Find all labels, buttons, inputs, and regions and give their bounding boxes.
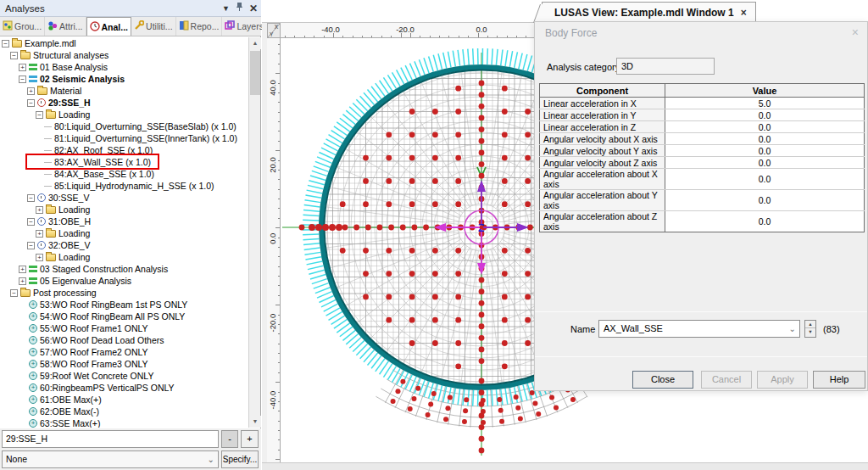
- collapse-icon[interactable]: −: [27, 194, 35, 202]
- value-cell[interactable]: 0.0: [665, 109, 865, 121]
- tree-item[interactable]: +55:WO Roof Frame1 ONLY: [0, 322, 249, 334]
- results-dropdown[interactable]: None: [2, 450, 219, 468]
- tree-item[interactable]: 84:AX_Base_SSE (x 1.0): [0, 168, 249, 180]
- tree-item[interactable]: +61:OBE Max(+): [0, 394, 249, 406]
- tree-item[interactable]: +56:WO Roof Dead Load Others: [0, 334, 249, 346]
- tree-item[interactable]: +03 Staged Construction Analysis: [0, 263, 249, 275]
- scrollbar-thumb[interactable]: [250, 51, 260, 95]
- tree-connector: [44, 174, 52, 175]
- close-button[interactable]: Close: [632, 371, 693, 389]
- tree-item[interactable]: −30:SSE_V: [0, 192, 249, 204]
- tree-item[interactable]: +54:WO Roof RingBeam All PS ONLY: [0, 311, 249, 322]
- tree-item-label: 84:AX_Base_SSE (x 1.0): [54, 168, 154, 180]
- table-row: Linear acceleration in X5.0: [540, 98, 865, 109]
- expand-icon[interactable]: +: [36, 230, 43, 238]
- collapse-icon[interactable]: −: [10, 289, 18, 297]
- chevron-down-icon[interactable]: ⌄: [789, 321, 796, 337]
- active-loadcase-field[interactable]: 29:SSE_H: [2, 430, 219, 448]
- tree-item[interactable]: +01 Base Analysis: [0, 61, 249, 73]
- spinner-down-icon[interactable]: ▼: [805, 328, 815, 336]
- tree-item[interactable]: 83:AX_Wall_SSE (x 1.0): [0, 156, 249, 168]
- tree-item[interactable]: +Loading: [0, 204, 249, 215]
- expand-icon[interactable]: +: [19, 64, 26, 71]
- tab-attri[interactable]: Attri...: [45, 17, 86, 36]
- table-row: Angular velocity about Y axis0.0: [540, 145, 865, 157]
- value-cell[interactable]: 0.0: [665, 190, 865, 211]
- expand-icon[interactable]: +: [36, 254, 43, 261]
- collapse-icon[interactable]: −: [27, 218, 35, 226]
- tree-item[interactable]: +53:WO Roof RingBeam 1st PS ONLY: [0, 299, 249, 311]
- tree-item[interactable]: +Loading: [0, 227, 249, 239]
- view-tab-close-icon[interactable]: ×: [741, 7, 747, 19]
- an-green-icon: [29, 266, 37, 272]
- tree-item[interactable]: +59:Roof Wet Concrete ONLY: [0, 370, 249, 382]
- collapse-icon[interactable]: −: [2, 40, 9, 48]
- table-row: Angular acceleration about Y axis0.0: [540, 190, 865, 211]
- tab-layers[interactable]: Layers: [222, 17, 267, 36]
- tree-item[interactable]: +58:WO Roof Frame3 ONLY: [0, 358, 249, 370]
- collapse-icon[interactable]: −: [19, 76, 26, 83]
- decrement-button[interactable]: -: [221, 430, 238, 448]
- scroll-down-icon[interactable]: ▼: [249, 416, 261, 428]
- component-cell: Linear acceleration in Z: [540, 121, 665, 133]
- ruler-tick: [278, 430, 280, 431]
- tree-item[interactable]: +57:WO Roof Frame2 ONLY: [0, 346, 249, 358]
- value-cell[interactable]: 0.0: [665, 121, 865, 133]
- tab-grou[interactable]: Grou...: [0, 17, 45, 36]
- collapse-icon[interactable]: −: [27, 99, 35, 107]
- scroll-up-icon[interactable]: ▲: [249, 37, 261, 49]
- tree-item[interactable]: −32:OBE_V: [0, 239, 249, 251]
- tab-repo[interactable]: Repo...: [176, 17, 223, 36]
- help-button[interactable]: Help: [813, 371, 865, 389]
- name-dropdown[interactable]: AX_Wall_SSE ⌄: [598, 320, 800, 338]
- tree-item[interactable]: −Post processing: [0, 287, 249, 299]
- tree-item[interactable]: 80:Liquid_Overturning_SSE(BaseSlab) (x 1…: [0, 120, 249, 132]
- tree-connector: [44, 186, 52, 187]
- spinner-up-icon[interactable]: ▲: [805, 321, 815, 328]
- tree-item[interactable]: −02 Seismic Analysis: [0, 73, 249, 85]
- folder-icon: [20, 52, 31, 59]
- value-cell[interactable]: 0.0: [665, 169, 865, 190]
- ruler-tick: [278, 92, 280, 93]
- tree-scrollbar[interactable]: ▲ ▼: [248, 37, 260, 428]
- value-cell[interactable]: 5.0: [665, 98, 865, 109]
- value-cell[interactable]: 0.0: [665, 211, 865, 232]
- tab-anal[interactable]: Anal...: [86, 17, 132, 36]
- value-cell[interactable]: 0.0: [665, 157, 865, 169]
- expand-icon[interactable]: +: [19, 277, 26, 285]
- tree-item[interactable]: +60:RingbeamPS VerticalPS ONLY: [0, 382, 249, 394]
- tree-item[interactable]: −Loading: [0, 109, 249, 120]
- dialog-close-icon[interactable]: ×: [852, 25, 859, 39]
- name-spinner[interactable]: ▲ ▼: [804, 320, 816, 338]
- view-tab[interactable]: LUSAS View: Example.mdl Window 1 ×: [542, 2, 756, 23]
- tree-item[interactable]: 85:Liquid_Hydrodynamic_H_SSE (x 1.0): [0, 180, 249, 192]
- tree-item-label: 81:Liquid_Overturning_SSE(InnerTank) (x …: [54, 132, 237, 144]
- tree-item[interactable]: +Loading: [0, 251, 249, 263]
- groups-icon: [3, 20, 13, 32]
- specify-button[interactable]: Specify...: [221, 450, 259, 468]
- tree-item[interactable]: 81:Liquid_Overturning_SSE(InnerTank) (x …: [0, 132, 249, 144]
- panel-dropdown-icon[interactable]: ▼: [222, 0, 230, 17]
- panel-close-icon[interactable]: ✕: [249, 0, 258, 17]
- tree-item[interactable]: +63:SSE Max(+): [0, 417, 249, 428]
- tree-item[interactable]: −29:SSE_H: [0, 97, 249, 109]
- pin-icon[interactable]: [236, 0, 243, 17]
- collapse-icon[interactable]: −: [10, 52, 18, 59]
- expand-icon[interactable]: +: [36, 206, 43, 214]
- tree-item[interactable]: −Structural analyses: [0, 49, 249, 61]
- tree-item[interactable]: 82:AX_Roof_SSE (x 1.0): [0, 144, 249, 156]
- tree-item[interactable]: +62:OBE Max(-): [0, 406, 249, 417]
- tree-item[interactable]: −Example.mdl: [0, 37, 249, 49]
- expand-icon[interactable]: +: [27, 87, 35, 95]
- collapse-icon[interactable]: −: [27, 242, 35, 249]
- value-cell[interactable]: 0.0: [665, 133, 865, 145]
- tab-utiliti[interactable]: Utiliti...: [131, 17, 176, 36]
- tree-item[interactable]: +Material: [0, 85, 249, 97]
- collapse-icon[interactable]: −: [36, 111, 43, 119]
- post-icon: +: [29, 300, 37, 309]
- value-cell[interactable]: 0.0: [665, 145, 865, 157]
- expand-icon[interactable]: +: [19, 266, 26, 273]
- increment-button[interactable]: +: [241, 430, 259, 448]
- tree-item[interactable]: −31:OBE_H: [0, 215, 249, 227]
- tree-item[interactable]: +05 Eigenvalue Analysis: [0, 275, 249, 287]
